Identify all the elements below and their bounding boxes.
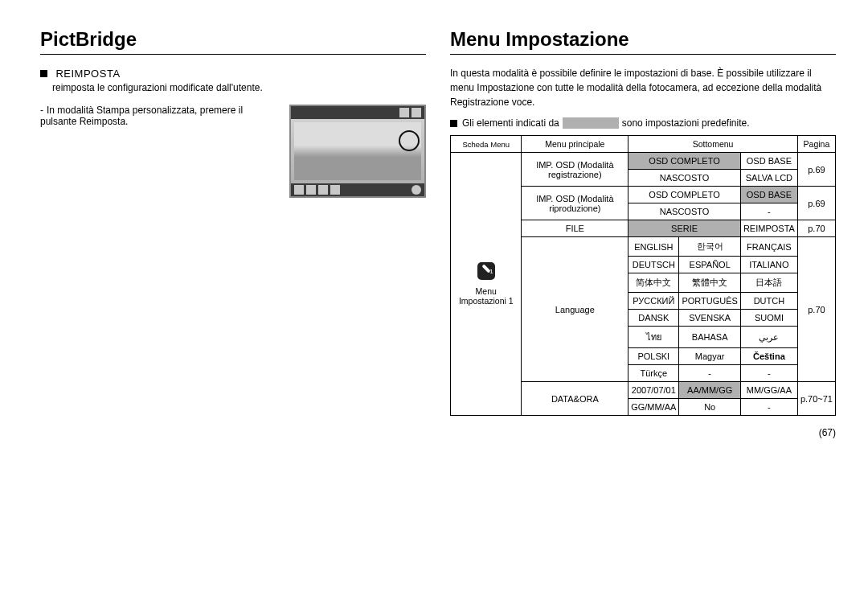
- divider: [40, 54, 426, 55]
- submenu: SALVA LCD: [740, 170, 797, 187]
- lang: DANSK: [628, 310, 679, 327]
- col-principale: Menu principale: [522, 136, 628, 153]
- lang: ITALIANO: [740, 257, 797, 273]
- mode-icon: [330, 185, 340, 195]
- bullet-text: -In modalità Stampa personalizzata, prem…: [40, 105, 281, 127]
- page-number: (67): [0, 427, 836, 438]
- lang: FRANÇAIS: [740, 237, 797, 257]
- lang: Čeština: [740, 348, 797, 365]
- page-ref: p.69: [797, 187, 835, 220]
- mode-icon: [318, 185, 328, 195]
- camera-lcd-thumbnail: [289, 105, 426, 198]
- col-scheda: Scheda Menu: [451, 136, 522, 153]
- lang: 日本語: [740, 273, 797, 293]
- lang: عربي: [740, 327, 797, 348]
- lang: BAHASA: [679, 327, 740, 348]
- submenu: GG/MM/AA: [628, 399, 679, 416]
- print-icon: [411, 108, 421, 117]
- submenu: OSD BASE: [740, 153, 797, 170]
- lang: -: [679, 365, 740, 382]
- left-column: PictBridge REIMPOSTA reimposta le config…: [40, 28, 426, 416]
- submenu: No: [679, 399, 740, 416]
- legend: Gli elementi indicati da sono impostazio…: [450, 117, 836, 129]
- page-ref: p.70~71: [797, 382, 835, 416]
- legend-after: sono impostazioni predefinite.: [622, 117, 750, 129]
- section-header: REIMPOSTA: [40, 66, 426, 80]
- lang: -: [740, 365, 797, 382]
- submenu: REIMPOSTA: [740, 220, 797, 237]
- mode-icon: [306, 185, 316, 195]
- lang: SVENSKA: [679, 310, 740, 327]
- submenu: OSD BASE: [740, 187, 797, 203]
- play-icon: [411, 185, 421, 195]
- lang: POLSKI: [628, 348, 679, 365]
- lang: DUTCH: [740, 293, 797, 310]
- right-title: Menu Impostazione: [450, 28, 836, 51]
- table-header-row: Scheda Menu Menu principale Sottomenu Pa…: [451, 136, 836, 153]
- menu-principale: FILE: [522, 220, 628, 237]
- left-title: PictBridge: [40, 28, 426, 51]
- intro-text: In questa modalità è possibile definire …: [450, 66, 836, 109]
- page-ref: p.70: [797, 237, 835, 382]
- lang: ESPAÑOL: [679, 257, 740, 273]
- submenu: OSD COMPLETO: [628, 153, 741, 170]
- lang: 简体中文: [628, 273, 679, 293]
- menu-principale: DATA&ORA: [522, 382, 628, 416]
- submenu: -: [740, 399, 797, 416]
- submenu: MM/GG/AA: [740, 382, 797, 399]
- dash-icon: -: [40, 105, 43, 116]
- square-bullet-icon: [450, 120, 457, 127]
- page-ref: p.69: [797, 153, 835, 187]
- section-title: REIMPOSTA: [55, 68, 120, 80]
- lang: 한국어: [679, 237, 740, 257]
- submenu: 2007/07/01: [628, 382, 679, 399]
- legend-before: Gli elementi indicati da: [462, 117, 559, 129]
- table-row: Menu Impostazioni 1 IMP. OSD (Modalità r…: [451, 153, 836, 170]
- settings-badge-icon: [477, 262, 495, 280]
- section-desc: reimposta le configurazioni modificate d…: [52, 82, 426, 93]
- lang: РУССКИЙ: [628, 293, 679, 310]
- square-bullet-icon: [40, 70, 47, 77]
- submenu: AA/MM/GG: [679, 382, 740, 399]
- lang: Magyar: [679, 348, 740, 365]
- menu-principale: IMP. OSD (Modalità registrazione): [522, 153, 628, 187]
- tab-label: Menu Impostazioni 1: [453, 286, 518, 306]
- lang: 繁體中文: [679, 273, 740, 293]
- col-sottomenu: Sottomenu: [628, 136, 798, 153]
- lang: DEUTSCH: [628, 257, 679, 273]
- right-column: Menu Impostazione In questa modalità è p…: [450, 28, 836, 416]
- settings-table: Scheda Menu Menu principale Sottomenu Pa…: [450, 135, 836, 416]
- lang: ไทย: [628, 327, 679, 348]
- submenu: NASCOSTO: [628, 203, 741, 220]
- divider: [450, 54, 836, 55]
- lang: PORTUGUÊS: [679, 293, 740, 310]
- page-ref: p.70: [797, 220, 835, 237]
- flash-icon: [399, 108, 409, 117]
- submenu: OSD COMPLETO: [628, 187, 741, 203]
- menu-principale: Language: [522, 237, 628, 382]
- lang: ENGLISH: [628, 237, 679, 257]
- lang: Türkçe: [628, 365, 679, 382]
- menu-icon: [294, 185, 304, 195]
- lang: SUOMI: [740, 310, 797, 327]
- ok-ring-icon: [399, 130, 420, 151]
- submenu: SERIE: [628, 220, 741, 237]
- submenu: -: [740, 203, 797, 220]
- default-swatch-icon: [563, 117, 619, 129]
- submenu: NASCOSTO: [628, 170, 741, 187]
- col-pagina: Pagina: [797, 136, 835, 153]
- menu-principale: IMP. OSD (Modalità riproduzione): [522, 187, 628, 220]
- tab-cell: Menu Impostazioni 1: [451, 153, 522, 416]
